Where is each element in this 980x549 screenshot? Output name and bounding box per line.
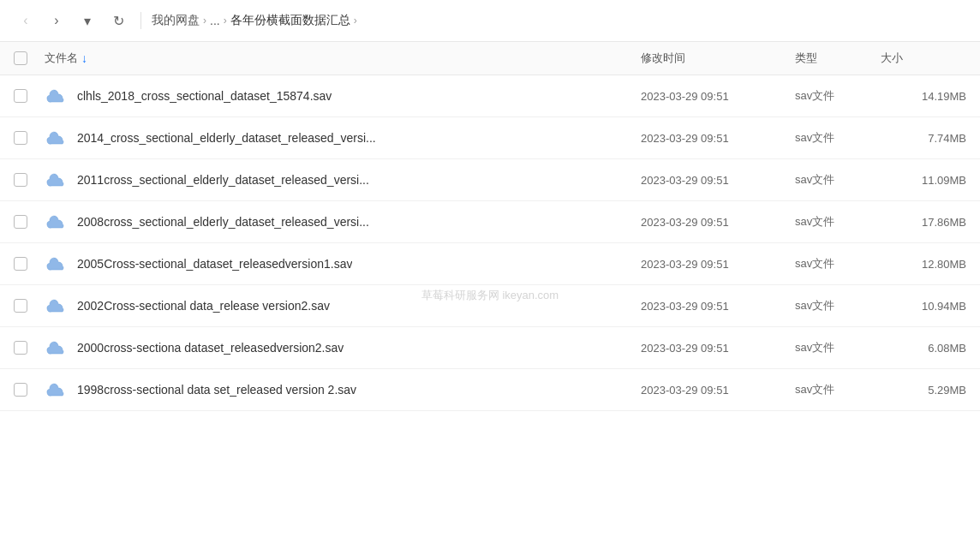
header-checkbox-cell [14,51,45,65]
main-container: ‹ › ▾ ↻ 我的网盘 › ... › 各年份横截面数据汇总 › 草莓科研服务… [0,0,980,549]
file-name-cell-1: 2014_cross_sectional_elderly_dataset_rel… [45,126,641,150]
row-checkbox-cell [14,299,45,313]
file-icon-4 [45,252,69,276]
header-col-size: 大小 [881,51,966,66]
file-size-4: 12.80MB [881,258,966,271]
file-size-3: 17.86MB [881,216,966,229]
breadcrumb-item-root[interactable]: 我的网盘 [152,13,200,28]
row-checkbox-cell [14,131,45,145]
file-size-1: 7.74MB [881,132,966,145]
row-checkbox-cell [14,383,45,397]
file-name-cell-2: 2011cross_sectional_elderly_dataset_rele… [45,168,641,192]
breadcrumb-sep-1: › [203,15,206,27]
file-name-cell-5: 2002Cross-sectional data_release version… [45,294,641,318]
nav-divider [140,12,141,29]
file-date-3: 2023-03-29 09:51 [641,216,795,229]
forward-button[interactable]: › [45,9,69,33]
file-icon-0 [45,84,69,108]
refresh-button[interactable]: ↻ [106,9,130,33]
row-checkbox-6[interactable] [14,341,27,355]
table-row[interactable]: 2005Cross-sectional_dataset_releasedvers… [0,243,980,285]
select-all-checkbox[interactable] [14,51,27,65]
file-name-cell-4: 2005Cross-sectional_dataset_releasedvers… [45,252,641,276]
breadcrumb-item-current: 各年份横截面数据汇总 [230,13,350,28]
file-type-3: sav文件 [795,214,881,230]
file-date-5: 2023-03-29 09:51 [641,300,795,313]
file-type-5: sav文件 [795,298,881,313]
file-name-cell-7: 1998cross-sectional data set_released ve… [45,378,641,402]
row-checkbox-2[interactable] [14,173,27,187]
table-row[interactable]: 2000cross-sectiona dataset_releasedversi… [0,327,980,369]
sort-icon: ↓ [81,51,87,65]
file-name-cell-3: 2008cross_sectional_elderly_dataset_rele… [45,210,641,234]
row-checkbox-1[interactable] [14,131,27,145]
table-header: 文件名 ↓ 修改时间 类型 大小 [0,42,980,75]
file-name-text-2[interactable]: 2011cross_sectional_elderly_dataset_rele… [77,173,369,187]
table-row[interactable]: 2002Cross-sectional data_release version… [0,285,980,327]
breadcrumb-sep-3: › [354,15,357,27]
file-date-4: 2023-03-29 09:51 [641,258,795,271]
file-name-cell-0: clhls_2018_cross_sectional_dataset_15874… [45,84,641,108]
file-name-text-5[interactable]: 2002Cross-sectional data_release version… [77,299,330,313]
row-checkbox-cell [14,215,45,229]
file-size-0: 14.19MB [881,90,966,103]
row-checkbox-4[interactable] [14,257,27,271]
file-icon-3 [45,210,69,234]
back-button[interactable]: ‹ [14,9,38,33]
row-checkbox-0[interactable] [14,89,27,103]
file-date-6: 2023-03-29 09:51 [641,342,795,355]
header-filename-label: 文件名 [45,51,78,66]
nav-bar: ‹ › ▾ ↻ 我的网盘 › ... › 各年份横截面数据汇总 › [0,0,980,42]
dropdown-button[interactable]: ▾ [75,9,99,33]
file-name-text-1[interactable]: 2014_cross_sectional_elderly_dataset_rel… [77,131,376,145]
file-size-5: 10.94MB [881,300,966,313]
row-checkbox-cell [14,173,45,187]
file-name-text-6[interactable]: 2000cross-sectiona dataset_releasedversi… [77,341,344,355]
row-checkbox-cell [14,257,45,271]
file-date-1: 2023-03-29 09:51 [641,132,795,145]
file-date-2: 2023-03-29 09:51 [641,174,795,187]
file-name-text-7[interactable]: 1998cross-sectional data set_released ve… [77,383,356,397]
header-col-type: 类型 [795,51,881,66]
file-type-2: sav文件 [795,172,881,188]
row-checkbox-cell [14,89,45,103]
row-checkbox-3[interactable] [14,215,27,229]
file-name-text-4[interactable]: 2005Cross-sectional_dataset_releasedvers… [77,257,352,271]
table-row[interactable]: 2011cross_sectional_elderly_dataset_rele… [0,159,980,201]
file-type-7: sav文件 [795,382,881,397]
file-icon-2 [45,168,69,192]
table-row[interactable]: 2014_cross_sectional_elderly_dataset_rel… [0,117,980,159]
file-size-7: 5.29MB [881,384,966,397]
table-row[interactable]: clhls_2018_cross_sectional_dataset_15874… [0,75,980,117]
breadcrumb-sep-2: › [224,15,227,27]
table-row[interactable]: 1998cross-sectional data set_released ve… [0,369,980,411]
file-icon-7 [45,378,69,402]
file-icon-6 [45,336,69,360]
file-name-cell-6: 2000cross-sectiona dataset_releasedversi… [45,336,641,360]
row-checkbox-5[interactable] [14,299,27,313]
file-name-text-0[interactable]: clhls_2018_cross_sectional_dataset_15874… [77,89,332,103]
file-icon-1 [45,126,69,150]
file-type-0: sav文件 [795,88,881,104]
file-rows-container: clhls_2018_cross_sectional_dataset_15874… [0,75,980,411]
file-icon-5 [45,294,69,318]
table-row[interactable]: 2008cross_sectional_elderly_dataset_rele… [0,201,980,243]
file-date-7: 2023-03-29 09:51 [641,384,795,397]
breadcrumb-item-ellipsis[interactable]: ... [210,14,220,27]
row-checkbox-7[interactable] [14,383,27,397]
file-table: 文件名 ↓ 修改时间 类型 大小 clhls_2018_cross_sectio… [0,42,980,411]
file-table-wrapper: 草莓科研服务网 ikeyan.com 文件名 ↓ 修改时间 类型 大小 [0,42,980,549]
file-type-6: sav文件 [795,340,881,355]
header-col-date: 修改时间 [641,51,795,66]
file-type-1: sav文件 [795,130,881,146]
file-size-2: 11.09MB [881,174,966,187]
file-name-text-3[interactable]: 2008cross_sectional_elderly_dataset_rele… [77,215,369,229]
file-date-0: 2023-03-29 09:51 [641,90,795,103]
breadcrumb: 我的网盘 › ... › 各年份横截面数据汇总 › [152,13,966,28]
file-size-6: 6.08MB [881,342,966,355]
file-type-4: sav文件 [795,256,881,272]
header-col-name[interactable]: 文件名 ↓ [45,51,641,66]
row-checkbox-cell [14,341,45,355]
